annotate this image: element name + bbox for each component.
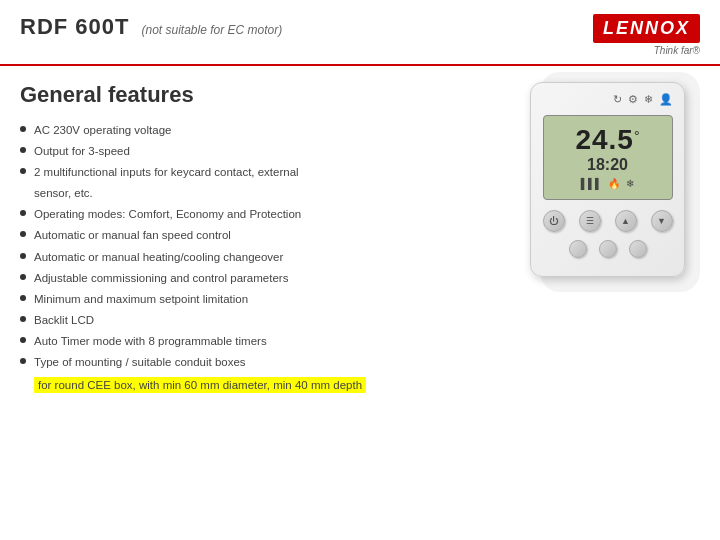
features-section: General features AC 230V operating volta… bbox=[20, 82, 495, 393]
bottom-button-2[interactable] bbox=[599, 240, 617, 258]
thermostat-bottom-controls bbox=[543, 240, 673, 258]
bullet-icon bbox=[20, 274, 26, 280]
bullet-icon bbox=[20, 147, 26, 153]
list-item: Backlit LCD bbox=[20, 312, 495, 328]
feature-text: Auto Timer mode with 8 programmable time… bbox=[34, 333, 267, 349]
lennox-logo: LENNOX bbox=[593, 14, 700, 43]
up-button[interactable]: ▲ bbox=[615, 210, 637, 232]
bar-chart-icon: ▌▌▌ bbox=[581, 178, 602, 189]
bottom-button-1[interactable] bbox=[569, 240, 587, 258]
flame-icon: 🔥 bbox=[608, 178, 620, 189]
list-item: Adjustable commissioning and control par… bbox=[20, 270, 495, 286]
bottom-button-3[interactable] bbox=[629, 240, 647, 258]
logo-area: LENNOX Think far® bbox=[593, 14, 700, 56]
feature-text: Minimum and maximum setpoint limitation bbox=[34, 291, 248, 307]
power-button[interactable]: ⏻ bbox=[543, 210, 565, 232]
feature-text: Type of mounting / suitable conduit boxe… bbox=[34, 354, 246, 370]
thermostat-container: ↻ ⚙ ❄ 👤 24.5 ° 18:20 ▌▌▌ 🔥 ❄ bbox=[530, 82, 685, 277]
features-list: AC 230V operating voltage Output for 3-s… bbox=[20, 122, 495, 180]
temperature-value: 24.5 bbox=[575, 126, 634, 154]
bullet-icon bbox=[20, 168, 26, 174]
feature-text: Adjustable commissioning and control par… bbox=[34, 270, 288, 286]
fan-icon: ❄ bbox=[644, 93, 653, 106]
down-button[interactable]: ▼ bbox=[651, 210, 673, 232]
temperature-display: 24.5 ° bbox=[575, 126, 639, 154]
list-item: Auto Timer mode with 8 programmable time… bbox=[20, 333, 495, 349]
list-item: 2 multifunctional inputs for keycard con… bbox=[20, 164, 495, 180]
list-item: Output for 3-speed bbox=[20, 143, 495, 159]
screen-icons-row: ▌▌▌ 🔥 ❄ bbox=[581, 178, 634, 189]
product-subtitle: (not suitable for EC motor) bbox=[141, 23, 282, 37]
refresh-icon: ↻ bbox=[613, 93, 622, 106]
lennox-tagline: Think far® bbox=[654, 45, 700, 56]
highlighted-text-container: for round CEE box, with min 60 mm diamet… bbox=[34, 375, 495, 393]
bullet-icon bbox=[20, 316, 26, 322]
list-item: Automatic or manual heating/cooling chan… bbox=[20, 249, 495, 265]
bullet-icon bbox=[20, 210, 26, 216]
feature-text: AC 230V operating voltage bbox=[34, 122, 171, 138]
feature-text: Output for 3-speed bbox=[34, 143, 130, 159]
degree-symbol: ° bbox=[634, 128, 640, 144]
feature-text: Automatic or manual fan speed control bbox=[34, 227, 231, 243]
bullet-icon bbox=[20, 337, 26, 343]
feature-text: Operating modes: Comfort, Economy and Pr… bbox=[34, 206, 301, 222]
thermostat-controls: ⏻ ☰ ▲ ▼ bbox=[543, 210, 673, 232]
page-header: RDF 600T (not suitable for EC motor) LEN… bbox=[0, 0, 720, 66]
feature-text: Automatic or manual heating/cooling chan… bbox=[34, 249, 283, 265]
menu-button[interactable]: ☰ bbox=[579, 210, 601, 232]
bullet-icon bbox=[20, 295, 26, 301]
highlight-text: for round CEE box, with min 60 mm diamet… bbox=[34, 377, 366, 393]
time-display: 18:20 bbox=[587, 156, 628, 174]
list-item: Automatic or manual fan speed control bbox=[20, 227, 495, 243]
person-icon: 👤 bbox=[659, 93, 673, 106]
snowflake-icon: ❄ bbox=[626, 178, 634, 189]
main-content: General features AC 230V operating volta… bbox=[0, 66, 720, 409]
list-item: Operating modes: Comfort, Economy and Pr… bbox=[20, 206, 495, 222]
indented-text: sensor, etc. bbox=[34, 185, 495, 201]
features-list-2: Operating modes: Comfort, Economy and Pr… bbox=[20, 206, 495, 370]
thermostat-screen: 24.5 ° 18:20 ▌▌▌ 🔥 ❄ bbox=[543, 115, 673, 200]
list-item: Type of mounting / suitable conduit boxe… bbox=[20, 354, 495, 370]
bullet-icon bbox=[20, 253, 26, 259]
feature-text: 2 multifunctional inputs for keycard con… bbox=[34, 164, 299, 180]
top-icons-row: ↻ ⚙ ❄ 👤 bbox=[543, 93, 673, 106]
settings-icon: ⚙ bbox=[628, 93, 638, 106]
bullet-icon bbox=[20, 231, 26, 237]
list-item: Minimum and maximum setpoint limitation bbox=[20, 291, 495, 307]
header-left: RDF 600T (not suitable for EC motor) bbox=[20, 14, 282, 40]
list-item: AC 230V operating voltage bbox=[20, 122, 495, 138]
section-title: General features bbox=[20, 82, 495, 108]
product-title: RDF 600T bbox=[20, 14, 129, 40]
bullet-icon bbox=[20, 126, 26, 132]
feature-text: Backlit LCD bbox=[34, 312, 94, 328]
bullet-icon bbox=[20, 358, 26, 364]
device-image: ↻ ⚙ ❄ 👤 24.5 ° 18:20 ▌▌▌ 🔥 ❄ bbox=[515, 82, 700, 393]
thermostat-body: ↻ ⚙ ❄ 👤 24.5 ° 18:20 ▌▌▌ 🔥 ❄ bbox=[530, 82, 685, 277]
